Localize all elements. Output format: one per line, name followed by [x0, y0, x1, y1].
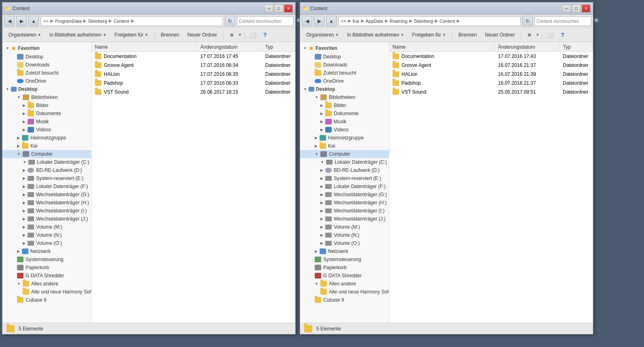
search-icon-2[interactable]: 🔍: [594, 18, 600, 24]
table-row[interactable]: VST Sound 26.06.2017 18:15 Dateiordner: [92, 88, 295, 96]
sidebar-item-desktop-1[interactable]: Desktop: [2, 53, 91, 61]
table-row[interactable]: Padshop 17.07.2016 06:33 Dateiordner: [92, 79, 295, 88]
search-input-2[interactable]: [537, 19, 592, 24]
sidebar-item-systemsteuerung-1[interactable]: Systemsteuerung: [2, 255, 91, 263]
desktop-group-header-2[interactable]: ▼ Desktop: [300, 85, 389, 93]
sidebar-item-system-e-1[interactable]: ▶ System-reserviert (E:): [2, 174, 91, 182]
sidebar-item-volume-n-1[interactable]: ▶ Volume (N:): [2, 231, 91, 239]
burn-button-2[interactable]: Brennen: [455, 29, 481, 41]
minimize-button-1[interactable]: ─: [264, 4, 273, 13]
maximize-button-2[interactable]: □: [572, 4, 581, 13]
minimize-button-2[interactable]: ─: [562, 4, 571, 13]
sidebar-item-papierkorb-1[interactable]: Papierkorb: [2, 263, 91, 272]
sidebar-item-alles-andere-1[interactable]: ▼ Alles andere: [2, 280, 91, 288]
sidebar-item-bibliotheken-1[interactable]: ▼ Bibliotheken: [2, 93, 91, 101]
sidebar-item-cubase9-2[interactable]: Cubase 9: [300, 296, 389, 304]
sidebar-item-videos-1[interactable]: ▶ Videos: [2, 126, 91, 134]
sidebar-item-netzwerk-1[interactable]: ▶ Netzwerk: [2, 247, 91, 255]
organize-button-1[interactable]: Organisieren ▼: [5, 29, 45, 41]
sidebar-item-lokaler-c-1[interactable]: ▼ Lokaler Datenträger (C:): [2, 158, 91, 166]
new-folder-button-2[interactable]: Neuer Ordner: [481, 29, 518, 41]
refresh-button-2[interactable]: ↻: [522, 16, 533, 26]
path-program-data-1[interactable]: ProgramData: [55, 19, 82, 24]
view-list-button-2[interactable]: ≡: [524, 29, 535, 41]
col-header-type-1[interactable]: Typ: [262, 42, 295, 51]
sidebar-item-wechsel-i-1[interactable]: ▶ Wechseldatenträger (I:): [2, 207, 91, 215]
sidebar-item-onedrive-1[interactable]: OneDrive: [2, 77, 91, 85]
sidebar-item-cubase9-1[interactable]: Cubase 9: [2, 296, 91, 304]
address-path-1[interactable]: << ▶ ProgramData ▶ Steinberg ▶ Content ▶: [41, 16, 223, 26]
sidebar-item-bd-re-2[interactable]: ▶ BD-RE-Laufwerk (D:): [300, 166, 389, 174]
sidebar-item-bilder-1[interactable]: ▶ Bilder: [2, 101, 91, 109]
new-folder-button-1[interactable]: Neuer Ordner: [184, 29, 221, 41]
sidebar-item-wechsel-g-1[interactable]: ▶ Wechseldatenträger (G:): [2, 191, 91, 199]
search-input-1[interactable]: [239, 19, 295, 24]
sidebar-item-alles-andere-2[interactable]: ▼ Alles andere: [300, 280, 389, 288]
sidebar-item-computer-1[interactable]: ▼ Computer: [2, 150, 91, 158]
table-row[interactable]: Groove Agent 17.07.2016 06:34 Dateiordne…: [92, 61, 295, 70]
sidebar-item-lokaler-c-2[interactable]: ▼ Lokaler Datenträger (C:): [300, 158, 389, 166]
sidebar-item-onedrive-2[interactable]: OneDrive: [300, 77, 389, 85]
path-content-2[interactable]: Content: [440, 19, 455, 24]
sidebar-item-system-e-2[interactable]: ▶ System-reserviert (E:): [300, 174, 389, 182]
sidebar-item-downloads-2[interactable]: Downloads: [300, 61, 389, 69]
view-list-button-1[interactable]: ≡: [226, 29, 237, 41]
favorites-header-1[interactable]: ▼ ★ Favoriten: [2, 44, 91, 53]
path-roaming-2[interactable]: Roaming: [390, 19, 408, 24]
sidebar-item-desktop-2[interactable]: Desktop: [300, 53, 389, 61]
table-row[interactable]: HALion 16.07.2016 21:39 Dateiordner: [389, 70, 593, 79]
burn-button-1[interactable]: Brennen: [157, 29, 183, 41]
col-header-date-2[interactable]: Änderungsdatum: [495, 42, 560, 51]
forward-button-2[interactable]: ▶: [314, 16, 324, 26]
sidebar-item-alte-neue-2[interactable]: Alte und neue Harmony Softwa: [300, 288, 389, 296]
table-row[interactable]: Padshop 16.07.2016 21:37 Dateiordner: [389, 79, 593, 88]
up-button-2[interactable]: ▲: [326, 16, 337, 26]
sidebar-item-videos-2[interactable]: ▶ Videos: [300, 126, 389, 134]
sidebar-item-wechsel-g-2[interactable]: ▶ Wechseldatenträger (G:): [300, 191, 389, 199]
sidebar-item-volume-o-1[interactable]: ▶ Volume (O:): [2, 239, 91, 247]
path-steinberg-1[interactable]: Steinberg: [88, 19, 107, 24]
sidebar-item-kai-1[interactable]: ▶ Kai: [2, 142, 91, 150]
library-button-2[interactable]: In Bibliothek aufnehmen ▼: [343, 29, 408, 41]
sidebar-item-downloads-1[interactable]: Downloads: [2, 61, 91, 69]
sidebar-item-netzwerk-2[interactable]: ▶ Netzwerk: [300, 247, 389, 255]
sidebar-item-wechsel-i-2[interactable]: ▶ Wechseldatenträger (I:): [300, 207, 389, 215]
close-button-1[interactable]: ✕: [284, 4, 293, 13]
sidebar-item-wechsel-j-2[interactable]: ▶ Wechseldatenträger (J:): [300, 215, 389, 223]
table-row[interactable]: Documentation 17.07.2016 17:43 Dateiordn…: [389, 52, 593, 61]
sidebar-item-dokumente-2[interactable]: ▶ Dokumente: [300, 109, 389, 118]
view-arrow-1[interactable]: ▼: [238, 33, 242, 37]
close-button-2[interactable]: ✕: [582, 4, 590, 13]
maximize-button-1[interactable]: □: [274, 4, 283, 13]
sidebar-item-lokaler-f-2[interactable]: ▶ Lokaler Datenträger (F:): [300, 182, 389, 191]
up-button-1[interactable]: ▲: [28, 16, 39, 26]
preview-button-1[interactable]: ⬜: [247, 29, 258, 41]
sidebar-item-bibliotheken-2[interactable]: ▼ Bibliotheken: [300, 93, 389, 101]
sidebar-item-volume-m-2[interactable]: ▶ Volume (M:): [300, 223, 389, 231]
sidebar-item-gdata-2[interactable]: G DATA Shredder: [300, 272, 389, 280]
organize-button-2[interactable]: Organisieren ▼: [303, 29, 343, 41]
table-row[interactable]: VST Sound 25.05.2017 09:51 Dateiordner: [389, 88, 593, 96]
sidebar-item-recent-2[interactable]: Zuletzt besucht: [300, 69, 389, 77]
col-header-name-1[interactable]: Name: [92, 42, 197, 51]
sidebar-item-volume-m-1[interactable]: ▶ Volume (M:): [2, 223, 91, 231]
sidebar-item-heimnetz-2[interactable]: ▶ Heimnetzgruppe: [300, 134, 389, 142]
favorites-header-2[interactable]: ▼ ★ Favoriten: [300, 44, 389, 53]
path-steinberg-2[interactable]: Steinberg: [414, 19, 433, 24]
refresh-button-1[interactable]: ↻: [225, 16, 235, 26]
sidebar-item-wechsel-h-2[interactable]: ▶ Wechseldatenträger (H:): [300, 199, 389, 207]
view-arrow-2[interactable]: ▼: [536, 33, 539, 37]
address-path-2[interactable]: << ▶ Kai ▶ AppData ▶ Roaming ▶ Steinberg…: [338, 16, 521, 26]
table-row[interactable]: Documentation 17.07.2016 17:45 Dateiordn…: [92, 52, 295, 61]
sidebar-item-heimnetz-1[interactable]: ▶ Heimnetzgruppe: [2, 134, 91, 142]
sidebar-item-computer-2[interactable]: ▼ Computer: [300, 150, 389, 158]
sidebar-item-alte-neue-1[interactable]: Alte und neue Harmony Softwa: [2, 288, 91, 296]
sidebar-item-recent-1[interactable]: Zuletzt besucht: [2, 69, 91, 77]
back-button-1[interactable]: ◀: [4, 16, 15, 26]
sidebar-item-gdata-1[interactable]: G DATA Shredder: [2, 272, 91, 280]
sidebar-item-dokumente-1[interactable]: ▶ Dokumente: [2, 109, 91, 118]
sidebar-item-bilder-2[interactable]: ▶ Bilder: [300, 101, 389, 109]
desktop-group-header-1[interactable]: ▼ Desktop: [2, 85, 91, 93]
path-appdata-2[interactable]: AppData: [366, 19, 383, 24]
share-button-2[interactable]: Freigeben für ▼: [408, 29, 449, 41]
